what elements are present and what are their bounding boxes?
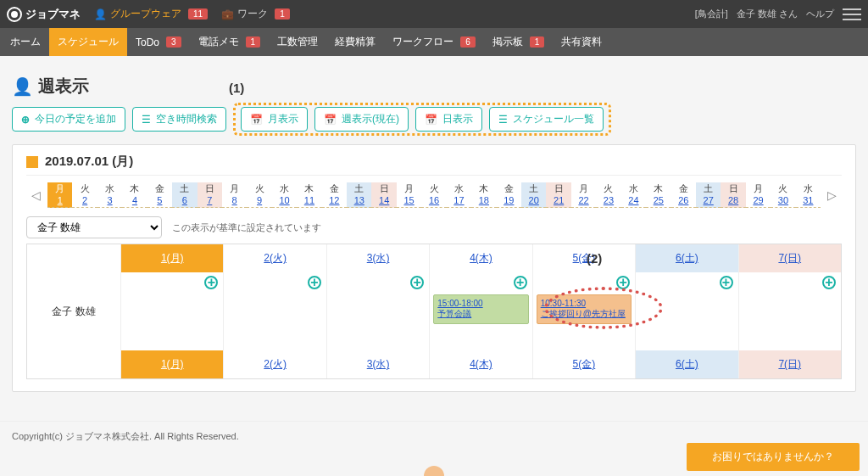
- month-strip-day[interactable]: 月1: [47, 182, 72, 208]
- day-view-button[interactable]: 📅 日表示: [415, 107, 482, 132]
- month-strip-day[interactable]: 月22: [571, 182, 596, 208]
- user-icon: 👤: [94, 8, 107, 20]
- nav-phonememo[interactable]: 電話メモ1: [190, 28, 270, 56]
- help-fab[interactable]: お困りではありませんか？: [687, 443, 860, 463]
- user-select-row: 金子 数雄 この表示が基準に設定されています: [26, 216, 842, 238]
- month-strip-day[interactable]: 木4: [122, 182, 147, 208]
- app-name: ジョブマネ: [25, 7, 81, 22]
- month-strip-day[interactable]: 土20: [521, 182, 546, 208]
- head-tue[interactable]: 2(火): [223, 244, 326, 272]
- month-strip-day[interactable]: 木25: [646, 182, 670, 208]
- nav-manhours[interactable]: 工数管理: [269, 28, 326, 56]
- month-strip-day[interactable]: 土27: [696, 182, 721, 208]
- head-sat[interactable]: 6(土): [635, 244, 737, 272]
- month-strip-day[interactable]: 火23: [596, 182, 620, 208]
- month-strip-day[interactable]: 水31: [796, 182, 821, 208]
- month-strip-day[interactable]: 金5: [147, 182, 172, 208]
- schedule-list-button[interactable]: ☰ スケジュール一覧: [489, 107, 604, 132]
- month-strip-day[interactable]: 月8: [222, 182, 247, 208]
- cell-sun: +: [738, 272, 841, 350]
- work-label: ワーク: [237, 7, 268, 21]
- month-strip-day[interactable]: 月15: [397, 182, 421, 208]
- foot-mon[interactable]: 1(月): [120, 350, 223, 378]
- event-title: 予算会議: [437, 308, 524, 320]
- event-thu[interactable]: 15:00-18:00 予算会議: [433, 294, 528, 324]
- month-strip-day[interactable]: 火9: [247, 182, 271, 208]
- hamburger-menu[interactable]: [843, 8, 861, 20]
- foot-sun[interactable]: 7(日): [738, 350, 841, 378]
- head-wed[interactable]: 3(水): [326, 244, 429, 272]
- add-icon[interactable]: +: [514, 276, 527, 289]
- head-fri[interactable]: 5(金): [532, 244, 635, 272]
- nav-board[interactable]: 掲示板1: [484, 28, 554, 56]
- month-strip-day[interactable]: 水24: [621, 182, 646, 208]
- next-arrow[interactable]: ▷: [822, 188, 842, 202]
- add-icon[interactable]: +: [822, 276, 836, 289]
- month-strip-day[interactable]: 土13: [347, 182, 371, 208]
- month-strip-day[interactable]: 日14: [371, 182, 396, 208]
- month-strip-day[interactable]: 土6: [172, 182, 197, 208]
- event-fri[interactable]: 10:30-11:30 ご挨拶回り@先方社屋: [537, 294, 632, 324]
- cell-thu: + 15:00-18:00 予算会議: [429, 272, 531, 350]
- add-icon[interactable]: +: [720, 276, 733, 289]
- org-name: [鳥会計]: [695, 8, 728, 20]
- month-strip-day[interactable]: 水10: [272, 182, 297, 208]
- head-thu[interactable]: 4(木): [429, 244, 531, 272]
- week-view-button[interactable]: 📅 週表示(現在): [314, 107, 409, 132]
- foot-sat[interactable]: 6(土): [635, 350, 737, 378]
- month-strip-day[interactable]: 火2: [72, 182, 97, 208]
- foot-tue[interactable]: 2(火): [223, 350, 326, 378]
- week-header: 1(月) 2(火) 3(水) 4(木) 5(金) 6(土) 7(日): [27, 244, 841, 272]
- month-strip-day[interactable]: 木11: [297, 182, 321, 208]
- head-sun[interactable]: 7(日): [738, 244, 841, 272]
- copyright: Copyright(c) ジョブマネ株式会社. All Rights Reser…: [12, 431, 239, 441]
- week-body: 金子 数雄 + + + + 15:00-18:00 予算会議 + 10:30-1…: [27, 272, 841, 350]
- add-today-button[interactable]: ⊕ 今日の予定を追加: [12, 107, 125, 132]
- groupware-label: グループウェア: [110, 7, 181, 21]
- add-icon[interactable]: +: [616, 276, 630, 289]
- nav-expenses[interactable]: 経費精算: [326, 28, 384, 56]
- cell-wed: +: [326, 272, 429, 350]
- month-strip-day[interactable]: 木18: [471, 182, 496, 208]
- month-view-button[interactable]: 📅 月表示: [241, 107, 308, 132]
- month-strip-day[interactable]: 月29: [746, 182, 771, 208]
- work-link[interactable]: 💼 ワーク 1: [221, 7, 290, 21]
- month-strip-day[interactable]: 日28: [721, 182, 745, 208]
- nav-schedule[interactable]: スケジュール: [49, 28, 127, 56]
- page: 👤 週表示 (1) ⊕ 今日の予定を追加 ☰ 空き時間検索 📅 月表示 📅 週表…: [0, 56, 868, 395]
- nav-workflow[interactable]: ワークフロー6: [384, 28, 484, 56]
- month-strip-day[interactable]: 日21: [546, 182, 570, 208]
- month-strip-day[interactable]: 日7: [198, 182, 222, 208]
- card-date: 2019.07.01 (月): [26, 154, 842, 176]
- nav-todo[interactable]: ToDo3: [127, 28, 190, 56]
- groupware-link[interactable]: 👤 グループウェア 11: [94, 7, 208, 21]
- event-time: 10:30-11:30: [541, 299, 627, 308]
- month-strip-day[interactable]: 火16: [421, 182, 446, 208]
- month-strip-day[interactable]: 水17: [447, 182, 471, 208]
- month-strip-day[interactable]: 金19: [497, 182, 521, 208]
- month-strip-day[interactable]: 火30: [771, 182, 795, 208]
- cell-fri: + 10:30-11:30 ご挨拶回り@先方社屋: [532, 272, 635, 350]
- nav-shared[interactable]: 共有資料: [553, 28, 610, 56]
- foot-fri[interactable]: 5(金): [532, 350, 635, 378]
- prev-arrow[interactable]: ◁: [26, 188, 46, 202]
- foot-thu[interactable]: 4(木): [429, 350, 531, 378]
- month-strip-day[interactable]: 金26: [671, 182, 696, 208]
- user-select[interactable]: 金子 数雄: [26, 216, 162, 238]
- week-grid: 1(月) 2(火) 3(水) 4(木) 5(金) 6(土) 7(日) 金子 数雄…: [26, 244, 842, 379]
- list-icon: ☰: [142, 114, 151, 126]
- month-strip-day[interactable]: 水3: [97, 182, 122, 208]
- head-mon[interactable]: 1(月): [120, 244, 223, 272]
- groupware-badge: 11: [188, 8, 208, 20]
- add-icon[interactable]: +: [204, 276, 218, 289]
- help-link[interactable]: ヘルプ: [806, 8, 834, 20]
- foot-wed[interactable]: 3(水): [326, 350, 429, 378]
- add-icon[interactable]: +: [410, 276, 424, 289]
- month-strip: ◁ 月1火2水3木4金5土6日7月8火9水10木11金12土13日14月15火1…: [26, 182, 842, 208]
- logo-icon: [7, 7, 22, 22]
- nav-home[interactable]: ホーム: [2, 28, 49, 56]
- month-strip-day[interactable]: 金12: [322, 182, 347, 208]
- add-icon[interactable]: +: [308, 276, 321, 289]
- search-free-button[interactable]: ☰ 空き時間検索: [132, 107, 226, 132]
- nav-bar: ホーム スケジュール ToDo3 電話メモ1 工数管理 経費精算 ワークフロー6…: [0, 28, 868, 56]
